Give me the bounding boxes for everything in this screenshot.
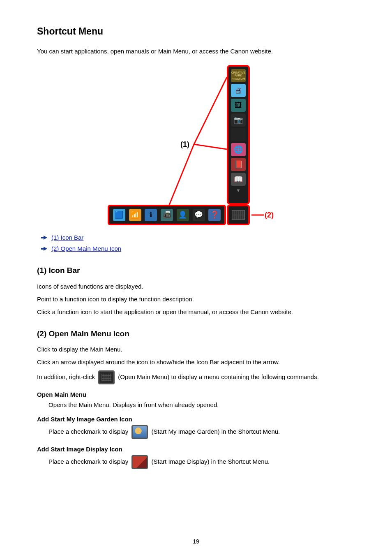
vicon-creative-park: CREATIVE PARK PREMIUM (231, 69, 246, 82)
d2-pre: Place a checkmark to display (48, 428, 130, 435)
anchor-link-item: (1) Icon Bar (44, 233, 355, 242)
horizontal-icon-bar: 🟦 📶 ℹ 📠 👤 💬 ❓ (108, 205, 226, 225)
annotation-2: (2) (265, 210, 274, 220)
cmd-add-imgdisp-desc: Place a checkmark to display (Start Imag… (48, 455, 355, 469)
cmd-open-main-menu-desc: Opens the Main Menu. Displays in front w… (48, 400, 355, 409)
section-1-heading: (1) Icon Bar (37, 265, 355, 276)
vicon-photo-icon: 🖼 (231, 99, 246, 112)
figure-lines (108, 63, 284, 227)
page-number: 19 (0, 538, 392, 546)
figure: CREATIVE PARK PREMIUM 🖨 🖼 📷 🌐 📕 📖 ▼ 🟦 📶 … (108, 63, 284, 227)
section-2-heading: (2) Open Main Menu Icon (37, 328, 355, 340)
start-image-display-icon (131, 455, 148, 469)
vicon-book-icon: 📖 (231, 173, 246, 186)
start-my-image-garden-icon (131, 425, 148, 439)
cmd-add-garden-term: Add Start My Image Garden Icon (37, 415, 355, 423)
hicon-3: ℹ (145, 209, 157, 221)
hicon-6: 💬 (193, 209, 205, 221)
vicon-manual-icon: 📕 (231, 158, 246, 171)
main-menu-grid-icon (232, 210, 245, 220)
figure-wrap: CREATIVE PARK PREMIUM 🖨 🖼 📷 🌐 📕 📖 ▼ 🟦 📶 … (37, 63, 355, 227)
page: Shortcut Menu You can start applications… (0, 0, 392, 555)
anchor-link-item: (2) Open Main Menu Icon (44, 244, 355, 253)
section-2-p3: In addition, right-click (Open Main Menu… (37, 370, 355, 384)
svg-line-1 (194, 144, 227, 149)
cmd-open-main-menu-term: Open Main Menu (37, 390, 355, 399)
hicon-7: ❓ (208, 209, 221, 221)
section-1-p1: Icons of saved functions are displayed. (37, 282, 355, 291)
p3-post: (Open Main Menu) to display a menu conta… (118, 373, 319, 380)
cmd-add-garden-desc: Place a checkmark to display (Start My I… (48, 425, 355, 439)
arrow-right-icon (44, 247, 47, 251)
link-icon-bar[interactable]: (1) Icon Bar (51, 233, 83, 242)
hicon-4: 📠 (161, 209, 173, 221)
cmd-add-imgdisp-term: Add Start Image Display Icon (37, 445, 355, 453)
svg-line-0 (194, 77, 227, 144)
section-1-p3: Click a function icon to start the appli… (37, 308, 355, 316)
page-title: Shortcut Menu (37, 25, 355, 38)
d2-post: (Start My Image Garden) in the Shortcut … (152, 428, 280, 435)
anchor-link-list: (1) Icon Bar (2) Open Main Menu Icon (44, 233, 355, 253)
open-main-menu-icon (227, 205, 250, 225)
hicon-2: 📶 (129, 209, 141, 221)
hicon-5: 👤 (177, 209, 189, 221)
d3-post: (Start Image Display) in the Shortcut Me… (152, 458, 270, 465)
vicon-globe-icon: 🌐 (231, 143, 246, 156)
vicon-apps-icon (231, 128, 246, 141)
annotation-1: (1) (180, 139, 189, 150)
d3-pre: Place a checkmark to display (48, 458, 130, 465)
hicon-1: 🟦 (113, 209, 125, 221)
commands-definition-list: Open Main Menu Opens the Main Menu. Disp… (37, 390, 355, 469)
section-2-p2: Click an arrow displayed around the icon… (37, 358, 355, 366)
arrow-right-icon (44, 236, 47, 240)
open-main-menu-inline-icon (98, 370, 115, 384)
vbar-expand-arrow-icon: ▼ (231, 187, 246, 192)
vicon-printer-icon: 🖨 (231, 84, 246, 97)
vicon-camera-icon: 📷 (231, 113, 246, 127)
p3-pre: In addition, right-click (37, 373, 97, 380)
section-2-p1: Click to display the Main Menu. (37, 345, 355, 354)
intro-text: You can start applications, open manuals… (37, 47, 355, 56)
vertical-icon-bar: CREATIVE PARK PREMIUM 🖨 🖼 📷 🌐 📕 📖 ▼ (227, 65, 250, 205)
section-1-p2: Point to a function icon to display the … (37, 295, 355, 303)
svg-line-2 (169, 144, 194, 205)
link-open-main-menu-icon[interactable]: (2) Open Main Menu Icon (51, 244, 121, 253)
